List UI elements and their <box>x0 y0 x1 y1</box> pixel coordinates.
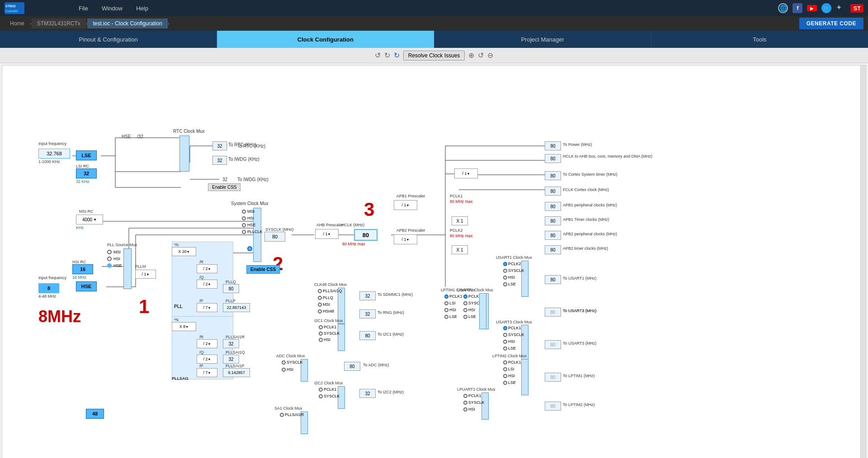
bottom-48-box[interactable]: 48 <box>86 409 104 419</box>
to-usart3-box[interactable]: 80 <box>545 340 561 349</box>
to-i2c1-box[interactable]: 80 <box>359 331 376 340</box>
i2c1-sysclk-radio[interactable]: SYSCLK <box>319 331 340 336</box>
i2c2-pclk1-radio[interactable]: PCLK1 <box>319 387 337 392</box>
output-hclk-box[interactable]: 80 <box>545 154 561 163</box>
usart2-pclk1-radio[interactable]: PCLK1 <box>463 294 481 299</box>
clk48-msi-radio[interactable]: MSI <box>318 302 330 307</box>
output-apb2-periph-box[interactable]: 80 <box>545 231 561 240</box>
usart3-sysclk-radio[interactable]: SYSCLK <box>503 332 524 337</box>
lpuart1-hsi-radio[interactable]: HSI <box>463 407 475 411</box>
usart3-lse-radio[interactable]: LSE <box>503 346 516 351</box>
pllq-box[interactable]: 80 <box>223 284 239 293</box>
usart1-pclk2-radio[interactable]: PCLK2 <box>503 262 521 266</box>
lptim2-lse-radio[interactable]: LSE <box>503 380 516 385</box>
usart2-lse-radio[interactable]: LSE <box>463 314 476 319</box>
pllsai1-p-dropdown[interactable]: / 7▼ <box>197 368 217 377</box>
pllsai1p-box[interactable]: 9.142857 <box>223 368 250 377</box>
to-rng-box[interactable]: 32 <box>359 309 376 318</box>
pll-q-dropdown[interactable]: / 2▼ <box>197 280 217 289</box>
lptim1-hsi-radio[interactable]: HSI <box>444 308 456 312</box>
pll-hse-radio[interactable]: HSE <box>107 263 122 268</box>
facebook-icon[interactable]: f <box>793 3 802 13</box>
breadcrumb-current[interactable]: test.ioc - Clock Configuration <box>87 19 167 28</box>
zoom-out-button[interactable]: ⊖ <box>487 51 493 60</box>
enable-css-main-button[interactable]: Enable CSS <box>246 265 280 274</box>
pll-n-dropdown[interactable]: X 20▼ <box>172 247 196 256</box>
tab-project[interactable]: Project Manager <box>434 31 651 48</box>
lptim2-hsi-radio[interactable]: HSI <box>503 374 515 378</box>
lptim1-lsi-radio[interactable]: LSI <box>444 301 456 305</box>
menu-help[interactable]: Help <box>136 5 148 12</box>
usart3-hsi-radio[interactable]: HSI <box>503 339 515 344</box>
input-freq2-box[interactable]: 8 <box>38 283 59 293</box>
sysclk-pll-selected-radio[interactable] <box>247 246 252 251</box>
hse-box[interactable]: HSE <box>76 281 97 291</box>
pllm-dropdown[interactable]: / 1▼ <box>135 270 156 279</box>
menu-window[interactable]: Window <box>102 5 123 12</box>
undo-button[interactable]: ↺ <box>375 51 381 60</box>
msi-dropdown[interactable]: 4000▼ <box>76 215 103 224</box>
to-lptim1-box[interactable]: 80 <box>545 308 561 317</box>
adc-sysclk-radio[interactable]: SYSCLK <box>282 360 303 365</box>
breadcrumb-device[interactable]: STM32L431RCTx <box>32 19 86 28</box>
lse-box[interactable]: LSE <box>76 150 97 160</box>
output-fclk-box[interactable]: 80 <box>545 187 561 196</box>
output-apb2-timer-box[interactable]: 80 <box>545 245 561 254</box>
usart1-lse-radio[interactable]: LSE <box>503 282 516 286</box>
pllsai1-q-dropdown[interactable]: / 2▼ <box>197 355 217 364</box>
output-apb1-periph-box[interactable]: 80 <box>545 202 561 211</box>
usart1-hsi-radio[interactable]: HSI <box>503 275 515 280</box>
lpuart1-sysclk-radio[interactable]: SYSCLK <box>463 400 485 405</box>
adc-hsi-radio[interactable]: HSI <box>282 367 293 372</box>
to-rtc-box[interactable]: 32 <box>212 141 227 150</box>
usart2-hsi-radio[interactable]: HSI <box>463 308 475 312</box>
input-freq-box[interactable]: 32.768 <box>38 149 70 159</box>
refresh-button[interactable]: ↻ <box>394 51 400 60</box>
sysclk-pllclk-radio[interactable]: PLLCLK <box>242 229 263 234</box>
clk48-pllsai1q-radio[interactable]: PLLSAI1Q <box>318 289 342 293</box>
pllsai1-r-dropdown[interactable]: / 2▼ <box>197 339 217 348</box>
ahb-dropdown[interactable]: / 1▼ <box>315 229 339 239</box>
output-apb1-timer-box[interactable]: 80 <box>545 216 561 225</box>
lptim1-lse-radio[interactable]: LSE <box>444 314 457 319</box>
to-usart1-box[interactable]: 80 <box>545 275 561 284</box>
to-lpuart1-box[interactable]: 80 <box>545 402 561 411</box>
to-adc-box[interactable]: 80 <box>344 362 360 371</box>
tab-tools[interactable]: Tools <box>651 31 868 48</box>
i2c1-pclk1-radio[interactable]: PCLK1 <box>319 325 337 329</box>
pll-msi-radio[interactable]: MSI <box>107 250 121 254</box>
hsi-value-box[interactable]: 16 <box>72 264 93 274</box>
enable-css-button-top[interactable]: Enable CSS <box>208 183 241 191</box>
redo-button[interactable]: ↻ <box>384 51 390 60</box>
output-power-box[interactable]: 80 <box>545 141 561 150</box>
lptim2-lsi-radio[interactable]: LSI <box>503 367 514 371</box>
scrollbar-right[interactable] <box>860 65 866 458</box>
i2c2-sysclk-radio[interactable]: SYSCLK <box>319 394 340 398</box>
output-cortex-box[interactable]: 80 <box>545 171 561 180</box>
pll-r-dropdown[interactable]: / 2▼ <box>197 264 217 273</box>
sa1-pllsai1r-radio[interactable]: PLLSAI1R <box>280 412 304 417</box>
apb1-dropdown[interactable]: / 1▼ <box>394 200 417 210</box>
pll-hsi-radio[interactable]: HSI <box>107 257 120 261</box>
menu-file[interactable]: File <box>79 5 88 12</box>
lptim2-pclk1-radio[interactable]: PCLK1 <box>503 360 521 365</box>
clk48-pllq-radio[interactable]: PLLQ <box>318 295 333 300</box>
tab-pinout[interactable]: Pinout & Configuration <box>0 31 217 48</box>
pll-p-dropdown[interactable]: / 7▼ <box>197 303 217 312</box>
lptim1-pclk1-radio[interactable]: PCLK1 <box>444 294 462 299</box>
sysclk-msi-radio[interactable]: MSI <box>242 209 255 214</box>
i2c1-hsi-radio[interactable]: HSI <box>319 337 330 342</box>
sysclk-hse-radio[interactable]: HSE <box>242 223 256 227</box>
sysclk-value-box[interactable]: 80 <box>264 232 285 242</box>
pllsai1r-box[interactable]: 32 <box>223 339 239 348</box>
globe-icon[interactable]: 🌐 <box>778 3 788 13</box>
zoom-reset-button[interactable]: ↺ <box>478 51 484 60</box>
tab-clock[interactable]: Clock Configuration <box>217 31 434 48</box>
generate-code-button[interactable]: GENERATE CODE <box>799 18 863 29</box>
youtube-icon[interactable]: ▶ <box>807 5 817 11</box>
pllsai1q-box[interactable]: 32 <box>223 355 239 364</box>
to-iwdg-box[interactable]: 32 <box>212 156 227 165</box>
to-sdmmc1-box[interactable]: 32 <box>359 291 376 300</box>
usart1-sysclk-radio[interactable]: SYSCLK <box>503 268 524 273</box>
twitter-icon[interactable]: 🐦 <box>821 3 831 13</box>
